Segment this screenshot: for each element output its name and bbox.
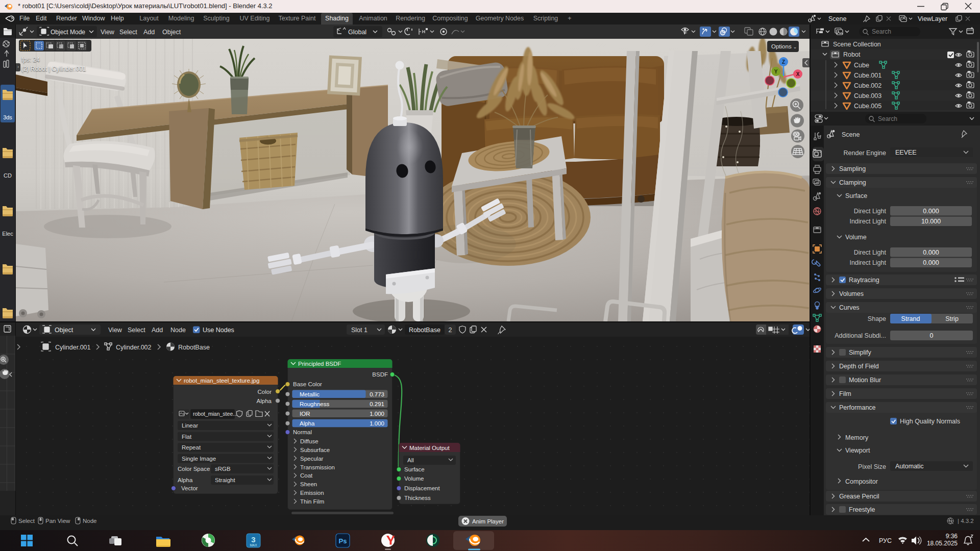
svg-text:Vector: Vector	[181, 485, 198, 491]
svg-text:Surface: Surface	[404, 466, 425, 472]
svg-text:Thickness: Thickness	[404, 495, 431, 501]
svg-text:Scene: Scene	[842, 131, 860, 138]
svg-text:Add: Add	[143, 29, 155, 36]
svg-text:Search: Search	[878, 115, 897, 122]
svg-text:Sheen: Sheen	[300, 481, 317, 487]
svg-text:Y: Y	[774, 69, 778, 74]
svg-text:10.000: 10.000	[921, 218, 941, 225]
svg-text:1.000: 1.000	[370, 420, 384, 427]
svg-text:3ds: 3ds	[3, 114, 12, 120]
svg-text:robot_mian_steel_texture.jpg: robot_mian_steel_texture.jpg	[184, 378, 259, 384]
svg-text:Color: Color	[258, 389, 272, 395]
svg-text:Diffuse: Diffuse	[300, 438, 318, 444]
svg-text:Cube: Cube	[854, 62, 869, 69]
svg-text:0.000: 0.000	[923, 259, 939, 266]
svg-text:Ps: Ps	[339, 537, 347, 545]
svg-text:Simplify: Simplify	[849, 349, 872, 356]
svg-text:MAX: MAX	[250, 543, 257, 547]
svg-text:Curves: Curves	[839, 304, 860, 311]
svg-text:Automatic: Automatic	[895, 463, 924, 470]
svg-text:ViewLayer: ViewLayer	[918, 15, 947, 22]
svg-text:Color Space: Color Space	[178, 466, 210, 472]
svg-text:Select: Select	[18, 518, 35, 524]
svg-text:CD: CD	[4, 172, 12, 179]
svg-text:High Quality Normals: High Quality Normals	[900, 418, 960, 425]
svg-text:robot_mian_stee...: robot_mian_stee...	[193, 411, 237, 417]
svg-text:Thin Film: Thin Film	[300, 498, 324, 505]
svg-text:Cube.002: Cube.002	[854, 82, 881, 89]
svg-text:Straight: Straight	[215, 477, 235, 483]
svg-text:Roughness: Roughness	[300, 401, 329, 407]
svg-text:All: All	[407, 457, 414, 463]
svg-text:IOR: IOR	[300, 411, 310, 417]
svg-text:Cube.001: Cube.001	[854, 72, 881, 79]
svg-text:Grease Pencil: Grease Pencil	[839, 493, 879, 500]
svg-text:Normal: Normal	[293, 429, 312, 435]
svg-text:Volumes: Volumes	[839, 290, 864, 297]
svg-text:Flat: Flat	[182, 434, 192, 440]
svg-text:0.773: 0.773	[370, 391, 384, 397]
svg-text:1.000: 1.000	[370, 411, 384, 417]
svg-text:Metallic: Metallic	[300, 391, 320, 397]
svg-text:Transmission: Transmission	[300, 464, 335, 470]
svg-text:Direct Light: Direct Light	[854, 208, 887, 215]
svg-text:Search: Search	[872, 28, 891, 35]
svg-text:Subsurface: Subsurface	[300, 447, 330, 453]
svg-text:Clamping: Clamping	[839, 179, 866, 186]
svg-text:Base Color: Base Color	[293, 381, 322, 387]
svg-text:РУС: РУС	[879, 537, 892, 544]
svg-text:Surface: Surface	[845, 192, 867, 199]
svg-text:Alpha: Alpha	[178, 477, 193, 483]
svg-text:Direct Light: Direct Light	[854, 249, 887, 256]
svg-text:| 4.3.2: | 4.3.2	[958, 518, 974, 524]
svg-text:Repeat: Repeat	[182, 444, 201, 450]
svg-text:Pan View: Pan View	[45, 518, 70, 524]
svg-text:BSDF: BSDF	[372, 371, 388, 378]
svg-text:sRGB: sRGB	[215, 466, 231, 472]
svg-text:Material Output: Material Output	[409, 445, 450, 451]
svg-text:Performance: Performance	[839, 404, 876, 411]
svg-text:3: 3	[251, 535, 255, 544]
svg-text:Freestyle: Freestyle	[849, 506, 875, 513]
svg-text:Displacement: Displacement	[404, 485, 440, 491]
svg-text:Global: Global	[348, 29, 366, 36]
svg-text:Scene Collection: Scene Collection	[833, 41, 881, 48]
svg-text:Indirect Light: Indirect Light	[849, 259, 886, 266]
svg-text:Render Engine: Render Engine	[844, 149, 886, 157]
svg-text:Alpha: Alpha	[300, 420, 315, 427]
svg-text:Memory: Memory	[845, 434, 869, 441]
svg-text:Scene: Scene	[828, 15, 846, 22]
svg-text:Strand: Strand	[901, 315, 920, 322]
svg-text:Object Mode: Object Mode	[51, 29, 85, 36]
svg-text:X: X	[796, 71, 800, 77]
svg-text:Select: Select	[119, 29, 137, 36]
svg-text:Cube.005: Cube.005	[854, 103, 881, 110]
svg-text:0.000: 0.000	[923, 249, 939, 256]
svg-text:EEVEE: EEVEE	[895, 149, 917, 156]
svg-text:Linear: Linear	[182, 422, 198, 429]
svg-text:Coat: Coat	[300, 472, 313, 479]
svg-text:Object: Object	[162, 29, 181, 36]
svg-text:Pixel Size: Pixel Size	[858, 463, 886, 470]
svg-text:Specular: Specular	[300, 456, 324, 462]
svg-text:Volume: Volume	[845, 234, 867, 241]
svg-text:Cube.003: Cube.003	[854, 92, 881, 99]
svg-text:Principled BSDF: Principled BSDF	[298, 361, 341, 367]
svg-text:Z: Z	[782, 59, 785, 65]
svg-text:0: 0	[930, 332, 934, 339]
svg-text:Emission: Emission	[300, 490, 324, 496]
svg-text:Indirect Light: Indirect Light	[849, 218, 886, 225]
svg-text:Anim Player: Anim Player	[472, 518, 504, 524]
svg-text:Single Image: Single Image	[182, 456, 216, 462]
svg-text:Node: Node	[83, 518, 97, 524]
svg-text:Viewport: Viewport	[845, 447, 870, 454]
svg-text:Motion Blur: Motion Blur	[849, 377, 881, 384]
svg-text:18.05.2025: 18.05.2025	[927, 540, 958, 547]
svg-text:Robot: Robot	[843, 51, 861, 58]
svg-text:Raytracing: Raytracing	[849, 277, 879, 284]
svg-text:Additional Subdi...: Additional Subdi...	[835, 332, 886, 339]
svg-text:Compositor: Compositor	[845, 478, 878, 485]
svg-text:Strip: Strip	[945, 315, 959, 322]
svg-text:Alpha: Alpha	[257, 398, 272, 404]
svg-text:Shape: Shape	[868, 315, 886, 322]
